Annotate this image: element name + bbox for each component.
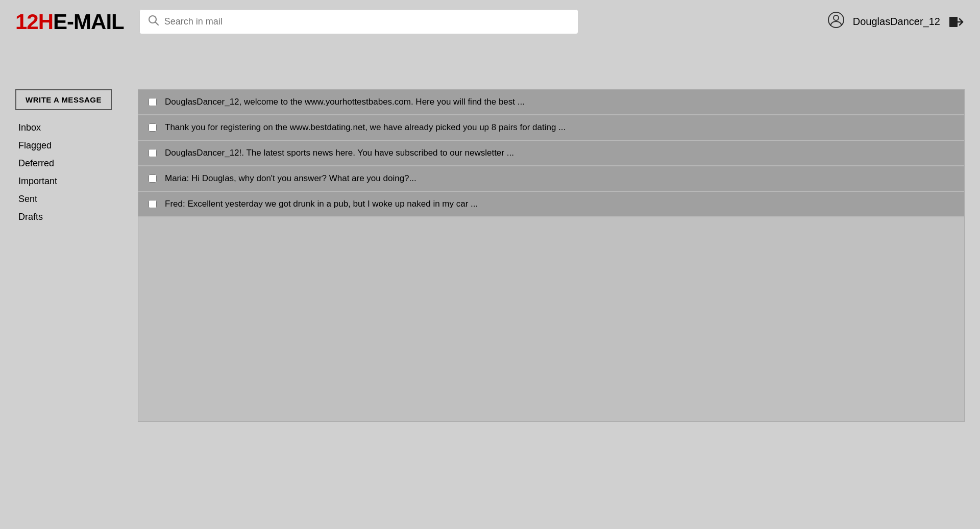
email-checkbox[interactable] bbox=[149, 123, 157, 132]
user-section: DouglasDancer_12 bbox=[827, 11, 965, 33]
email-checkbox[interactable] bbox=[149, 98, 157, 106]
email-row[interactable]: Fred: Excellent yesterday we got drunk i… bbox=[138, 192, 964, 217]
email-list-container: DouglasDancer_12, welcome to the www.you… bbox=[138, 89, 965, 422]
write-message-button[interactable]: WRITE A MESSAGE bbox=[15, 89, 112, 110]
sidebar-item-drafts[interactable]: Drafts bbox=[15, 210, 128, 224]
sidebar-item-inbox[interactable]: Inbox bbox=[15, 120, 128, 135]
logo: 12H E-MAIL bbox=[15, 10, 124, 34]
email-row[interactable]: Maria: Hi Douglas, why don't you answer?… bbox=[138, 166, 964, 192]
email-checkbox[interactable] bbox=[149, 149, 157, 157]
email-row[interactable]: DouglasDancer_12!. The latest sports new… bbox=[138, 141, 964, 166]
email-row[interactable]: Thank you for registering on the www.bes… bbox=[138, 115, 964, 141]
email-preview: DouglasDancer_12, welcome to the www.you… bbox=[165, 97, 954, 107]
email-checkbox[interactable] bbox=[149, 200, 157, 208]
nav-list: InboxFlaggedDeferredImportantSentDrafts bbox=[15, 120, 128, 224]
logo-email: E-MAIL bbox=[53, 10, 124, 34]
email-preview: Thank you for registering on the www.bes… bbox=[165, 122, 954, 133]
main-content: WRITE A MESSAGE InboxFlaggedDeferredImpo… bbox=[0, 74, 980, 437]
header: 12H E-MAIL DouglasDancer_12 bbox=[0, 0, 980, 43]
username-label: DouglasDancer_12 bbox=[853, 16, 940, 28]
email-checkbox[interactable] bbox=[149, 174, 157, 183]
search-bar bbox=[139, 9, 578, 34]
search-icon bbox=[148, 15, 159, 29]
sidebar-item-deferred[interactable]: Deferred bbox=[15, 156, 128, 171]
email-empty-area bbox=[138, 217, 964, 421]
sidebar-item-sent[interactable]: Sent bbox=[15, 192, 128, 207]
email-preview: Fred: Excellent yesterday we got drunk i… bbox=[165, 199, 954, 209]
email-preview: DouglasDancer_12!. The latest sports new… bbox=[165, 148, 954, 158]
email-preview: Maria: Hi Douglas, why don't you answer?… bbox=[165, 173, 954, 184]
search-input[interactable] bbox=[164, 16, 570, 27]
sidebar-item-important[interactable]: Important bbox=[15, 174, 128, 189]
sidebar-item-flagged[interactable]: Flagged bbox=[15, 138, 128, 153]
svg-line-1 bbox=[155, 22, 158, 26]
email-row[interactable]: DouglasDancer_12, welcome to the www.you… bbox=[138, 90, 964, 115]
logout-button[interactable] bbox=[948, 14, 965, 30]
svg-point-3 bbox=[834, 15, 839, 20]
logo-12h: 12H bbox=[15, 10, 53, 34]
user-icon bbox=[827, 11, 845, 33]
sidebar: WRITE A MESSAGE InboxFlaggedDeferredImpo… bbox=[15, 89, 128, 422]
